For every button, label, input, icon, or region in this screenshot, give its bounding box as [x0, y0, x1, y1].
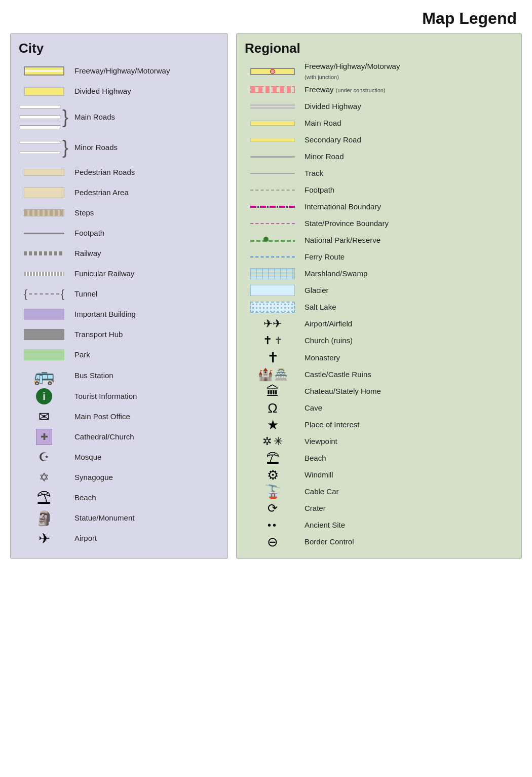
r-track-icon	[245, 173, 300, 174]
list-item: International Boundary	[245, 199, 513, 215]
steps-icon	[19, 209, 69, 216]
pedestrian-area-icon	[19, 187, 69, 198]
airport-label: Airport	[69, 533, 97, 543]
r-windmill-label: Windmill	[300, 470, 333, 480]
park-icon	[19, 349, 69, 360]
minor-roads-label: Minor Roads	[69, 142, 118, 153]
r-marsh-icon	[245, 268, 300, 279]
mosque-label: Mosque	[69, 452, 101, 462]
beach-label: Beach	[69, 493, 96, 503]
list-item: Divided Highway	[19, 82, 219, 101]
main-roads-label: Main Roads	[69, 112, 115, 122]
post-office-icon: ✉	[19, 409, 69, 425]
list-item: Secondary Road	[245, 132, 513, 148]
list-item: ⚙ Windmill	[245, 467, 513, 483]
list-item: ✝ Monastery	[245, 349, 513, 366]
r-footpath-icon	[245, 190, 300, 191]
freeway-label: Freeway/Highway/Motorway	[69, 66, 170, 76]
r-secondary-icon	[245, 138, 300, 142]
r-intl-boundary-label: International Boundary	[300, 202, 381, 212]
cathedral-church-label: Cathedral/Church	[69, 432, 134, 442]
list-item: ⛱ Beach	[19, 488, 219, 507]
r-saltlake-icon	[245, 302, 300, 313]
footpath-icon	[19, 233, 69, 234]
r-ancient-label: Ancient Site	[300, 520, 345, 530]
list-item: Important Building	[19, 305, 219, 324]
important-building-label: Important Building	[69, 309, 136, 319]
list-item: ✈✈ Airport/Airfield	[245, 316, 513, 332]
list-item: Divided Highway	[245, 98, 513, 115]
r-beach-label: Beach	[300, 453, 326, 463]
divided-highway-label: Divided Highway	[69, 86, 131, 96]
list-item: Transport Hub	[19, 325, 219, 344]
list-item: National Park/Reserve	[245, 232, 513, 248]
list-item: Main Road	[245, 115, 513, 131]
r-intl-boundary-icon	[245, 205, 300, 208]
r-ancient-icon: ••	[245, 520, 300, 531]
list-item: •• Ancient Site	[245, 517, 513, 533]
r-monastery-icon: ✝	[245, 349, 300, 366]
r-main-road-icon	[245, 121, 300, 126]
statue-monument-icon: 🗿	[19, 510, 69, 527]
r-chateau-label: Chateau/Stately Home	[300, 386, 381, 396]
r-marsh-label: Marshland/Swamp	[300, 269, 367, 279]
r-ferry-label: Ferry Route	[300, 252, 345, 262]
list-item: Marshland/Swamp	[245, 266, 513, 282]
important-building-icon	[19, 309, 69, 320]
list-item: Track	[245, 165, 513, 181]
r-cave-icon: Ω	[245, 400, 300, 416]
synagogue-icon: ✡	[19, 470, 69, 485]
list-item: ✲ ✳ Viewpoint	[245, 433, 513, 450]
footpath-label: Footpath	[69, 228, 104, 238]
steps-label: Steps	[69, 208, 94, 218]
funicular-railway-label: Funicular Railway	[69, 269, 134, 279]
freeway-icon	[19, 66, 69, 76]
list-item: 🗿 Statue/Monument	[19, 508, 219, 528]
pedestrian-area-label: Pedestrian Area	[69, 188, 129, 198]
r-church-label: Church (ruins)	[300, 336, 353, 346]
minor-roads-icon: }	[19, 138, 69, 157]
city-panel: City Freeway/Highway/Motorway Divided Hi…	[10, 33, 228, 559]
r-crater-icon: ⟳	[245, 501, 300, 515]
r-freeway-icon	[245, 68, 300, 75]
list-item: 🏰 🏯 Castle/Castle Ruins	[245, 366, 513, 383]
railway-icon	[19, 251, 69, 255]
r-poi-icon: ★	[245, 417, 300, 433]
funicular-railway-icon	[19, 272, 69, 276]
list-item: State/Province Boundary	[245, 215, 513, 232]
r-glacier-label: Glacier	[300, 285, 329, 295]
main-roads-icon: }	[19, 105, 69, 129]
r-chateau-icon: 🏛	[245, 384, 300, 399]
list-item: ⛱ Beach	[245, 450, 513, 466]
r-track-label: Track	[300, 168, 323, 178]
statue-monument-label: Statue/Monument	[69, 513, 134, 523]
list-item: ✉ Main Post Office	[19, 407, 219, 426]
r-state-boundary-icon	[245, 223, 300, 224]
list-item: ✚ Cathedral/Church	[19, 427, 219, 447]
r-main-road-label: Main Road	[300, 118, 341, 128]
pedestrian-roads-label: Pedestrian Roads	[69, 167, 135, 177]
cathedral-church-icon: ✚	[19, 429, 69, 445]
r-viewpoint-label: Viewpoint	[300, 436, 337, 447]
list-item: Steps	[19, 203, 219, 223]
list-item: Minor Road	[245, 149, 513, 165]
list-item: Freeway/Highway/Motorway (with junction)	[245, 61, 513, 81]
r-divided-label: Divided Highway	[300, 101, 361, 112]
r-border-label: Border Control	[300, 537, 354, 547]
r-viewpoint-icon: ✲ ✳	[245, 435, 300, 448]
transport-hub-label: Transport Hub	[69, 329, 123, 340]
regional-panel: Regional Freeway/Highway/Motorway (with …	[236, 33, 522, 559]
r-airport-icon: ✈✈	[245, 317, 300, 330]
page-title: Map Legend	[0, 0, 532, 33]
list-item: Park	[19, 345, 219, 364]
list-item: Funicular Railway	[19, 264, 219, 283]
beach-icon: ⛱	[19, 490, 69, 506]
r-border-icon: ⊖	[245, 534, 300, 550]
r-glacier-icon	[245, 285, 300, 296]
list-item: } Main Roads	[19, 102, 219, 132]
synagogue-label: Synagogue	[69, 472, 113, 483]
tunnel-icon	[19, 288, 69, 300]
list-item: ★ Place of Interest	[245, 417, 513, 433]
mosque-icon: ☪	[19, 450, 69, 464]
list-item: Salt Lake	[245, 299, 513, 315]
